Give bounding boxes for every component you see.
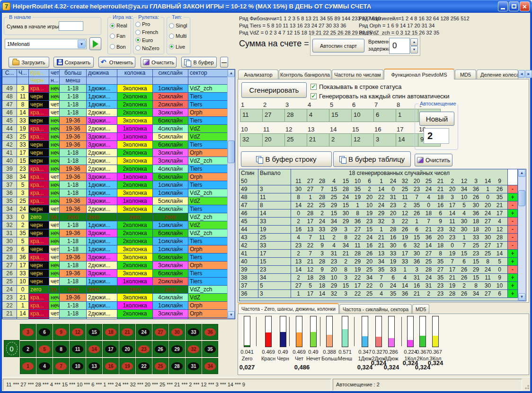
table-row[interactable]: 47814222529151102423235016175302021- [239, 201, 526, 210]
roulette-cell-6[interactable]: 6 [36, 324, 53, 340]
roulette-cell-3[interactable]: 3 [20, 324, 36, 340]
scroll-up-icon[interactable] [228, 70, 235, 77]
radio-multi[interactable]: Multi [169, 33, 189, 39]
roulette-cell-4[interactable]: 4 [36, 358, 53, 374]
roulette-cell-34[interactable]: 34 [202, 358, 218, 374]
checkbox-generate-each-spin[interactable]: Генерировать на каждый спин автоматическ… [310, 93, 450, 100]
table-row[interactable]: 363кра...неч1-181дюжи...3колонка1сиклайн… [2, 189, 228, 197]
radio-pro[interactable]: Pro [135, 21, 163, 27]
table-row[interactable]: 4533217243429362332322179113018274- [239, 218, 526, 226]
tab-контроль-банкролла[interactable]: Контроль банкролла [279, 70, 331, 79]
table-row[interactable]: 305кра...неч1-181дюжи...2колонка1сиклайн… [2, 237, 228, 245]
tabs-scroll-right-icon[interactable] [525, 70, 532, 78]
table-row[interactable]: 3631171432322254353621223282634276+ [239, 290, 526, 298]
roulette-cell-5[interactable]: 5 [36, 341, 53, 357]
toolbar-button-6[interactable]: — [220, 57, 228, 68]
maximize-button[interactable] [509, 1, 519, 11]
table-row[interactable]: 4233черннеч19-363дюжи...3колонка6сиклайн… [2, 141, 228, 149]
table-row[interactable]: 40151321282322920341933362535761585+ [239, 258, 526, 266]
clear-button[interactable]: Очистить [415, 154, 452, 166]
scrollbar-thumb[interactable] [228, 140, 235, 163]
roulette-cell-23[interactable]: 23 [136, 341, 152, 357]
tab-md5[interactable]: MD5 [455, 70, 476, 79]
roulette-cell-14[interactable]: 14 [86, 341, 102, 357]
roulette-cell-10[interactable]: 10 [70, 358, 86, 374]
roulette-cell-0[interactable]: 0 [4, 340, 19, 357]
table-row[interactable]: 3834218281032234764312435212615119+ [239, 274, 526, 282]
table-row[interactable]: 4015черннеч1-182дюжи...3колонка3сиклайнV… [2, 157, 228, 165]
table-row[interactable]: 2633черннеч19-363дюжи...3колонка6сиклайн… [2, 270, 228, 278]
close-button[interactable] [520, 1, 530, 11]
scroll-up-icon[interactable] [518, 169, 525, 177]
roulette-cell-17[interactable]: 17 [103, 341, 119, 357]
roulette-cell-26[interactable]: 26 [152, 341, 168, 357]
radio-nozero[interactable]: NoZero [135, 45, 163, 51]
roulette-cell-25[interactable]: 25 [152, 358, 168, 374]
table-row[interactable]: 49330277152835214025232421203436126- [239, 185, 526, 193]
scroll-down-icon[interactable] [228, 311, 235, 319]
table-row[interactable]: 2114кра...чет1-182дюжи...2колонка3сиклай… [2, 310, 228, 318]
radio-real[interactable]: Real [110, 23, 130, 28]
roulette-cell-7[interactable]: 7 [53, 358, 69, 374]
roulette-cell-32[interactable]: 32 [186, 341, 202, 357]
table-row[interactable]: 2717черннеч1-182дюжи...2колонка3сиклайнO… [2, 262, 228, 270]
scroll-down-icon[interactable] [518, 293, 525, 301]
table-row[interactable]: 3135черннеч19-363дюжи...2колонка6сиклайн… [2, 229, 228, 237]
copy-table-button[interactable]: В буфер таблицу [333, 151, 411, 167]
minimize-button[interactable] [498, 1, 508, 11]
radio-bon[interactable]: Bon [110, 44, 130, 50]
table-row[interactable]: 240zeroze...zerozerozerozeroVdZ_zch [2, 286, 228, 294]
table-row[interactable]: 4325кра...неч19-363дюжи...1колонка5сикла… [2, 133, 228, 141]
roulette-cell-9[interactable]: 9 [53, 324, 69, 340]
table-row[interactable]: 2836кра...чет19-363дюжи...3колонка6сикла… [2, 253, 228, 262]
table-row[interactable]: 2014кра...чет1-182дюжи...2колонка3сиклай… [2, 318, 228, 319]
toolbar-button-1[interactable]: Загрузить [9, 57, 49, 68]
table-row[interactable]: 50112728415106124322025212123149 [239, 177, 526, 185]
copy-row-button[interactable]: В буфер строку [241, 151, 332, 167]
autospin-start-button[interactable]: Автоспин старт [312, 39, 364, 52]
roulette-cell-29[interactable]: 29 [169, 341, 185, 357]
table-row[interactable]: 37527518291517220241416312319283010+ [239, 282, 526, 290]
roulette-cell-30[interactable]: 30 [169, 324, 185, 340]
roulette-cell-24[interactable]: 24 [136, 324, 152, 340]
roulette-cell-1[interactable]: 1 [20, 358, 36, 374]
tab-частоты-по-числам[interactable]: Частоты по числам [332, 70, 383, 79]
new-shift-button[interactable]: Новый [419, 112, 454, 126]
resize-grip[interactable] [523, 384, 530, 390]
roulette-cell-21[interactable]: 21 [119, 324, 135, 340]
roulette-cell-31[interactable]: 31 [186, 358, 202, 374]
tab-функционал-psevdoms[interactable]: Функционал PsevdoMS [384, 69, 454, 79]
preset-combo[interactable]: 1Melonati [5, 39, 87, 49]
roulette-cell-2[interactable]: 2 [20, 341, 36, 357]
radio-singl[interactable]: Singl [169, 23, 189, 28]
table-row[interactable]: 478чернчет1-181дюжи...2колонка2сиклайнTi… [2, 101, 228, 109]
generate-button[interactable]: Сгенерировать [241, 82, 307, 98]
roulette-cell-28[interactable]: 28 [169, 358, 185, 374]
roulette-cell-19[interactable]: 19 [119, 358, 135, 374]
title-bar[interactable]: HelperRoullet 4.32- create helperroullet… [0, 0, 532, 13]
table-row[interactable]: 296чернчет1-181дюжи...3колонка1сиклайнOr… [2, 245, 228, 253]
roulette-cell-36[interactable]: 36 [202, 324, 218, 340]
table-row[interactable]: 330zeroze...zerozerozerozeroVdZ_zch [2, 213, 228, 221]
roulette-cell-33[interactable]: 33 [186, 324, 202, 340]
radio-euro[interactable]: Euro [135, 37, 163, 43]
spin-table-scrollbar[interactable] [518, 169, 526, 301]
table-row[interactable]: 221кра...неч1-181дюжи...1колонка1сиклайн… [2, 302, 228, 310]
table-row[interactable]: 4117черннеч1-182дюжи...2колонка3сиклайнO… [2, 149, 228, 157]
roulette-cell-16[interactable]: 16 [103, 358, 119, 374]
scrollbar-thumb[interactable] [518, 190, 525, 206]
tabs-scroll-left-icon[interactable] [518, 70, 525, 78]
table-row[interactable]: 411727331212826133317302781915232514+ [239, 250, 526, 258]
table-row[interactable]: 43254711282224211619153620231333028- [239, 234, 526, 242]
spinner-up-icon[interactable] [410, 38, 418, 46]
play-button[interactable] [89, 37, 101, 50]
roulette-cell-20[interactable]: 20 [119, 341, 135, 357]
table-row[interactable]: 3424чернчет19-362дюжи...3колонка4сиклайн… [2, 205, 228, 213]
roulette-cell-13[interactable]: 13 [86, 358, 102, 374]
roulette-cell-8[interactable]: 8 [53, 341, 69, 357]
table-row[interactable]: 42332322943411162130632141807252717- [239, 242, 526, 250]
tab-анализатор[interactable]: Анализатор [238, 70, 278, 79]
radio-live[interactable]: Live [169, 44, 189, 50]
table-row[interactable]: 322чернчет1-181дюжи...2колонка1сиклайнVd… [2, 221, 228, 229]
tab-деление-колеса-на[interactable]: Деление колеса на [477, 70, 518, 79]
